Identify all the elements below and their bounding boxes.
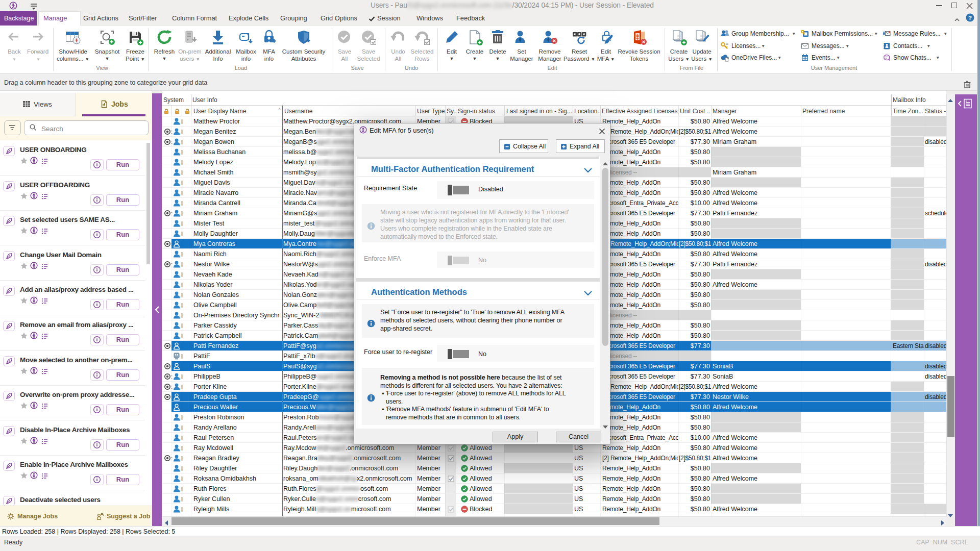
svg-text:?: ? (968, 15, 972, 21)
